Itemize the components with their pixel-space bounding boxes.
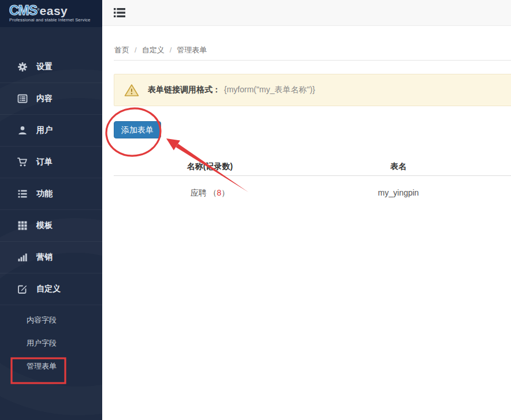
topbar bbox=[102, 0, 511, 26]
table-cell-name: 应聘 （8） bbox=[114, 187, 306, 198]
sidebar-subitem-user-fields[interactable]: 用户字段 bbox=[0, 332, 102, 355]
sidebar-item-users[interactable]: 用户 bbox=[0, 115, 102, 147]
user-icon bbox=[17, 125, 28, 136]
sidebar-item-label: 设置 bbox=[36, 62, 53, 72]
breadcrumb-home[interactable]: 首页 bbox=[114, 46, 129, 54]
sidebar: CMS°easy Professional and stable Interne… bbox=[0, 0, 102, 420]
sidebar-item-content[interactable]: 内容 bbox=[0, 83, 102, 115]
sidebar-submenu-custom: 内容字段 用户字段 管理表单 bbox=[0, 309, 102, 378]
sidebar-item-label: 用户 bbox=[36, 125, 53, 136]
sidebar-subitem-label: 用户字段 bbox=[27, 338, 57, 348]
form-name: 应聘 bbox=[191, 188, 207, 197]
sidebar-item-orders[interactable]: 订单 bbox=[0, 147, 102, 178]
table-header-divider bbox=[114, 175, 511, 176]
menu-toggle-list-icon[interactable] bbox=[114, 7, 125, 18]
notice-banner: 表单链接调用格式：{myform("my_表单名称")} bbox=[114, 74, 511, 106]
notice-text: 表单链接调用格式：{myform("my_表单名称")} bbox=[148, 85, 315, 95]
table-header-name: 名称(记录数) bbox=[114, 160, 306, 172]
sidebar-item-marketing[interactable]: 营销 bbox=[0, 242, 102, 273]
logo-text-primary: CMS bbox=[9, 3, 37, 18]
sidebar-subitem-content-fields[interactable]: 内容字段 bbox=[0, 309, 102, 332]
notice-label: 表单链接调用格式： bbox=[148, 85, 221, 94]
cart-icon bbox=[17, 157, 28, 167]
sidebar-subitem-manage-forms[interactable]: 管理表单 bbox=[0, 355, 102, 378]
sidebar-item-label: 营销 bbox=[36, 252, 53, 262]
breadcrumb-current: 管理表单 bbox=[177, 46, 207, 54]
paren-close: ） bbox=[221, 188, 229, 197]
sidebar-item-label: 自定义 bbox=[36, 284, 61, 294]
sidebar-item-custom[interactable]: 自定义 bbox=[0, 273, 102, 305]
list-icon bbox=[17, 189, 28, 199]
logo-text-secondary: easy bbox=[40, 4, 68, 17]
sidebar-item-label: 模板 bbox=[36, 220, 53, 231]
add-form-button[interactable]: 添加表单 bbox=[114, 121, 161, 138]
edit-icon bbox=[17, 284, 28, 294]
breadcrumb-separator: / bbox=[135, 46, 137, 54]
sidebar-item-label: 订单 bbox=[36, 157, 53, 167]
sidebar-item-templates[interactable]: 模板 bbox=[0, 210, 102, 242]
sidebar-item-settings[interactable]: 设置 bbox=[0, 51, 102, 83]
paren-open: （ bbox=[209, 188, 217, 197]
table-header-tablename: 表名 bbox=[306, 160, 491, 172]
app-logo: CMS°easy Professional and stable Interne… bbox=[0, 0, 102, 27]
sidebar-menu: 设置 内容 bbox=[0, 51, 102, 305]
notice-code: {myform("my_表单名称")} bbox=[224, 85, 315, 94]
sidebar-item-label: 功能 bbox=[36, 189, 53, 199]
sidebar-subitem-label: 内容字段 bbox=[27, 315, 57, 325]
breadcrumb: 首页/自定义/管理表单 bbox=[114, 45, 207, 55]
gear-icon bbox=[17, 62, 28, 72]
logo-tagline: Professional and stable Internet Service bbox=[9, 17, 102, 22]
main-content: 首页/自定义/管理表单 表单链接调用格式：{myform("my_表单名称")}… bbox=[102, 26, 511, 420]
warning-triangle-icon bbox=[124, 84, 139, 97]
page: CMS°easy Professional and stable Interne… bbox=[0, 0, 511, 420]
sidebar-item-label: 内容 bbox=[36, 93, 53, 104]
breadcrumb-divider bbox=[114, 60, 511, 61]
content-icon bbox=[17, 93, 28, 104]
grid-icon bbox=[17, 220, 28, 231]
breadcrumb-custom[interactable]: 自定义 bbox=[142, 46, 165, 54]
sidebar-item-features[interactable]: 功能 bbox=[0, 178, 102, 210]
breadcrumb-separator: / bbox=[170, 46, 172, 54]
table-cell-tablename: my_yingpin bbox=[306, 187, 491, 198]
sidebar-subitem-label: 管理表单 bbox=[27, 361, 57, 372]
bar-chart-icon bbox=[17, 252, 28, 262]
